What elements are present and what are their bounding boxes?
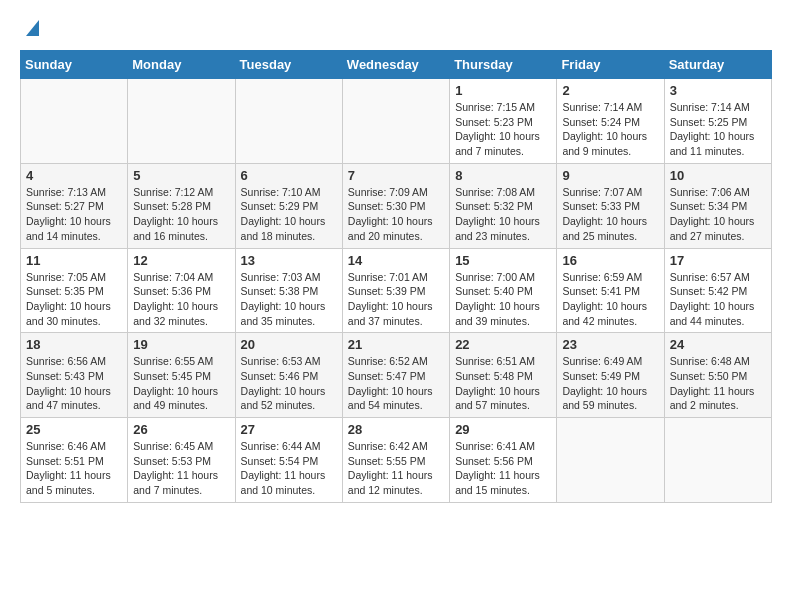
day-number: 23 bbox=[562, 337, 658, 352]
day-info: Sunrise: 6:41 AM Sunset: 5:56 PM Dayligh… bbox=[455, 439, 551, 498]
day-number: 27 bbox=[241, 422, 337, 437]
day-of-week-header: Thursday bbox=[450, 51, 557, 79]
day-info: Sunrise: 7:14 AM Sunset: 5:25 PM Dayligh… bbox=[670, 100, 766, 159]
day-info: Sunrise: 6:52 AM Sunset: 5:47 PM Dayligh… bbox=[348, 354, 444, 413]
calendar-day-cell: 8Sunrise: 7:08 AM Sunset: 5:32 PM Daylig… bbox=[450, 163, 557, 248]
day-info: Sunrise: 6:44 AM Sunset: 5:54 PM Dayligh… bbox=[241, 439, 337, 498]
day-number: 12 bbox=[133, 253, 229, 268]
day-info: Sunrise: 7:15 AM Sunset: 5:23 PM Dayligh… bbox=[455, 100, 551, 159]
calendar-day-cell: 18Sunrise: 6:56 AM Sunset: 5:43 PM Dayli… bbox=[21, 333, 128, 418]
calendar-day-cell: 12Sunrise: 7:04 AM Sunset: 5:36 PM Dayli… bbox=[128, 248, 235, 333]
calendar-day-cell: 11Sunrise: 7:05 AM Sunset: 5:35 PM Dayli… bbox=[21, 248, 128, 333]
day-info: Sunrise: 7:12 AM Sunset: 5:28 PM Dayligh… bbox=[133, 185, 229, 244]
day-info: Sunrise: 6:57 AM Sunset: 5:42 PM Dayligh… bbox=[670, 270, 766, 329]
day-info: Sunrise: 7:03 AM Sunset: 5:38 PM Dayligh… bbox=[241, 270, 337, 329]
day-info: Sunrise: 7:07 AM Sunset: 5:33 PM Dayligh… bbox=[562, 185, 658, 244]
day-number: 22 bbox=[455, 337, 551, 352]
day-number: 2 bbox=[562, 83, 658, 98]
calendar-day-cell: 29Sunrise: 6:41 AM Sunset: 5:56 PM Dayli… bbox=[450, 418, 557, 503]
calendar-day-cell: 28Sunrise: 6:42 AM Sunset: 5:55 PM Dayli… bbox=[342, 418, 449, 503]
day-number: 24 bbox=[670, 337, 766, 352]
day-number: 25 bbox=[26, 422, 122, 437]
calendar-day-cell bbox=[664, 418, 771, 503]
calendar-day-cell: 14Sunrise: 7:01 AM Sunset: 5:39 PM Dayli… bbox=[342, 248, 449, 333]
day-info: Sunrise: 6:48 AM Sunset: 5:50 PM Dayligh… bbox=[670, 354, 766, 413]
day-info: Sunrise: 7:05 AM Sunset: 5:35 PM Dayligh… bbox=[26, 270, 122, 329]
day-number: 9 bbox=[562, 168, 658, 183]
day-of-week-header: Tuesday bbox=[235, 51, 342, 79]
svg-marker-0 bbox=[26, 20, 39, 36]
logo bbox=[20, 16, 39, 40]
day-of-week-header: Friday bbox=[557, 51, 664, 79]
day-info: Sunrise: 6:46 AM Sunset: 5:51 PM Dayligh… bbox=[26, 439, 122, 498]
day-info: Sunrise: 7:09 AM Sunset: 5:30 PM Dayligh… bbox=[348, 185, 444, 244]
day-number: 6 bbox=[241, 168, 337, 183]
calendar-table: SundayMondayTuesdayWednesdayThursdayFrid… bbox=[20, 50, 772, 503]
day-info: Sunrise: 7:04 AM Sunset: 5:36 PM Dayligh… bbox=[133, 270, 229, 329]
calendar-day-cell: 21Sunrise: 6:52 AM Sunset: 5:47 PM Dayli… bbox=[342, 333, 449, 418]
day-info: Sunrise: 6:56 AM Sunset: 5:43 PM Dayligh… bbox=[26, 354, 122, 413]
calendar-day-cell: 24Sunrise: 6:48 AM Sunset: 5:50 PM Dayli… bbox=[664, 333, 771, 418]
day-number: 26 bbox=[133, 422, 229, 437]
calendar-day-cell: 26Sunrise: 6:45 AM Sunset: 5:53 PM Dayli… bbox=[128, 418, 235, 503]
day-info: Sunrise: 6:55 AM Sunset: 5:45 PM Dayligh… bbox=[133, 354, 229, 413]
calendar-day-cell bbox=[21, 79, 128, 164]
day-number: 4 bbox=[26, 168, 122, 183]
calendar-day-cell bbox=[128, 79, 235, 164]
calendar-day-cell: 9Sunrise: 7:07 AM Sunset: 5:33 PM Daylig… bbox=[557, 163, 664, 248]
day-number: 28 bbox=[348, 422, 444, 437]
logo-icon bbox=[21, 16, 39, 40]
day-of-week-header: Saturday bbox=[664, 51, 771, 79]
day-info: Sunrise: 6:49 AM Sunset: 5:49 PM Dayligh… bbox=[562, 354, 658, 413]
calendar-day-cell: 13Sunrise: 7:03 AM Sunset: 5:38 PM Dayli… bbox=[235, 248, 342, 333]
calendar-day-cell: 2Sunrise: 7:14 AM Sunset: 5:24 PM Daylig… bbox=[557, 79, 664, 164]
calendar-day-cell: 10Sunrise: 7:06 AM Sunset: 5:34 PM Dayli… bbox=[664, 163, 771, 248]
day-number: 10 bbox=[670, 168, 766, 183]
calendar-day-cell bbox=[342, 79, 449, 164]
day-number: 20 bbox=[241, 337, 337, 352]
calendar-week-row: 25Sunrise: 6:46 AM Sunset: 5:51 PM Dayli… bbox=[21, 418, 772, 503]
calendar-week-row: 11Sunrise: 7:05 AM Sunset: 5:35 PM Dayli… bbox=[21, 248, 772, 333]
day-info: Sunrise: 6:59 AM Sunset: 5:41 PM Dayligh… bbox=[562, 270, 658, 329]
calendar-day-cell: 16Sunrise: 6:59 AM Sunset: 5:41 PM Dayli… bbox=[557, 248, 664, 333]
calendar-header-row: SundayMondayTuesdayWednesdayThursdayFrid… bbox=[21, 51, 772, 79]
calendar-week-row: 1Sunrise: 7:15 AM Sunset: 5:23 PM Daylig… bbox=[21, 79, 772, 164]
day-info: Sunrise: 6:42 AM Sunset: 5:55 PM Dayligh… bbox=[348, 439, 444, 498]
day-info: Sunrise: 7:06 AM Sunset: 5:34 PM Dayligh… bbox=[670, 185, 766, 244]
day-number: 19 bbox=[133, 337, 229, 352]
calendar-day-cell: 17Sunrise: 6:57 AM Sunset: 5:42 PM Dayli… bbox=[664, 248, 771, 333]
day-of-week-header: Monday bbox=[128, 51, 235, 79]
day-number: 5 bbox=[133, 168, 229, 183]
calendar-day-cell: 19Sunrise: 6:55 AM Sunset: 5:45 PM Dayli… bbox=[128, 333, 235, 418]
day-number: 13 bbox=[241, 253, 337, 268]
calendar-day-cell: 5Sunrise: 7:12 AM Sunset: 5:28 PM Daylig… bbox=[128, 163, 235, 248]
day-number: 17 bbox=[670, 253, 766, 268]
calendar-day-cell: 4Sunrise: 7:13 AM Sunset: 5:27 PM Daylig… bbox=[21, 163, 128, 248]
day-number: 11 bbox=[26, 253, 122, 268]
day-number: 1 bbox=[455, 83, 551, 98]
day-info: Sunrise: 6:51 AM Sunset: 5:48 PM Dayligh… bbox=[455, 354, 551, 413]
calendar-day-cell: 1Sunrise: 7:15 AM Sunset: 5:23 PM Daylig… bbox=[450, 79, 557, 164]
calendar-day-cell: 20Sunrise: 6:53 AM Sunset: 5:46 PM Dayli… bbox=[235, 333, 342, 418]
calendar-day-cell: 25Sunrise: 6:46 AM Sunset: 5:51 PM Dayli… bbox=[21, 418, 128, 503]
calendar-day-cell: 3Sunrise: 7:14 AM Sunset: 5:25 PM Daylig… bbox=[664, 79, 771, 164]
day-number: 3 bbox=[670, 83, 766, 98]
day-of-week-header: Sunday bbox=[21, 51, 128, 79]
calendar-day-cell: 23Sunrise: 6:49 AM Sunset: 5:49 PM Dayli… bbox=[557, 333, 664, 418]
day-info: Sunrise: 6:45 AM Sunset: 5:53 PM Dayligh… bbox=[133, 439, 229, 498]
day-number: 14 bbox=[348, 253, 444, 268]
calendar-day-cell: 7Sunrise: 7:09 AM Sunset: 5:30 PM Daylig… bbox=[342, 163, 449, 248]
calendar-week-row: 4Sunrise: 7:13 AM Sunset: 5:27 PM Daylig… bbox=[21, 163, 772, 248]
day-info: Sunrise: 7:14 AM Sunset: 5:24 PM Dayligh… bbox=[562, 100, 658, 159]
day-info: Sunrise: 7:01 AM Sunset: 5:39 PM Dayligh… bbox=[348, 270, 444, 329]
day-number: 15 bbox=[455, 253, 551, 268]
page-header bbox=[20, 16, 772, 40]
calendar-day-cell: 22Sunrise: 6:51 AM Sunset: 5:48 PM Dayli… bbox=[450, 333, 557, 418]
day-of-week-header: Wednesday bbox=[342, 51, 449, 79]
day-info: Sunrise: 7:10 AM Sunset: 5:29 PM Dayligh… bbox=[241, 185, 337, 244]
day-number: 21 bbox=[348, 337, 444, 352]
calendar-day-cell: 15Sunrise: 7:00 AM Sunset: 5:40 PM Dayli… bbox=[450, 248, 557, 333]
day-info: Sunrise: 7:08 AM Sunset: 5:32 PM Dayligh… bbox=[455, 185, 551, 244]
calendar-day-cell: 6Sunrise: 7:10 AM Sunset: 5:29 PM Daylig… bbox=[235, 163, 342, 248]
day-info: Sunrise: 7:00 AM Sunset: 5:40 PM Dayligh… bbox=[455, 270, 551, 329]
